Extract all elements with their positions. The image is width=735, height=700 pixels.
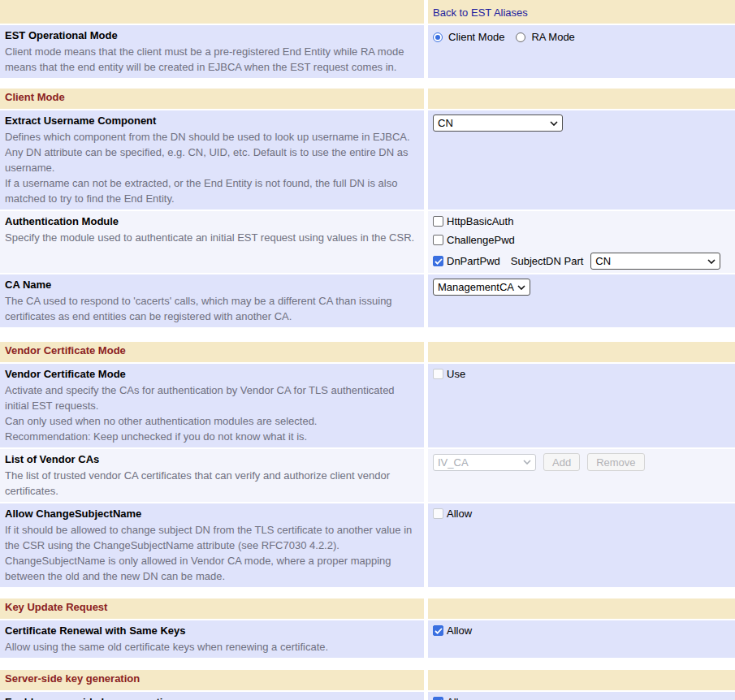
key-update-header-row: Key Update Request: [0, 598, 735, 619]
vendor-mode-description-2: Can only used when no other authenticati…: [5, 413, 416, 429]
ca-name-select-value: ManagementCA: [438, 281, 514, 293]
dn-part-pwd-checkbox-label: DnPartPwd: [447, 255, 500, 267]
vendor-ca-select-value: IV_CA: [438, 456, 469, 469]
back-to-est-aliases-link[interactable]: Back to EST Aliases: [433, 4, 528, 19]
server-keygen-allow-checkbox[interactable]: [433, 697, 443, 700]
certificate-renewal-allow-checkbox-label: Allow: [447, 624, 472, 637]
ca-name-label: CA Name: [5, 278, 416, 291]
certificate-renewal-allow-checkbox[interactable]: [433, 625, 443, 636]
client-mode-section: Client Mode Extract Username Component D…: [0, 89, 735, 327]
key-update-header-right-spacer: [428, 598, 735, 619]
vendor-mode-description-3: Recommendation: Keep unchecked if you do…: [5, 429, 416, 444]
change-subject-description-2: ChangeSubjectName is only allowed in Ven…: [5, 553, 416, 584]
add-vendor-ca-button: Add: [543, 453, 580, 471]
checkmark-icon: [435, 258, 443, 265]
server-keygen-section-title: Server-side key generation: [0, 670, 424, 690]
vendor-mode-header-row: Vendor Certificate Mode: [0, 342, 735, 362]
vendor-mode-use-checkbox-label: Use: [447, 368, 465, 380]
vendor-mode-section-title: Vendor Certificate Mode: [0, 342, 424, 362]
key-update-section-title: Key Update Request: [0, 598, 424, 619]
client-mode-section-title: Client Mode: [0, 89, 424, 109]
client-mode-header-row: Client Mode: [0, 89, 735, 109]
extract-username-row: Extract Username Component Defines which…: [0, 110, 735, 210]
server-keygen-section: Server-side key generation Enable server…: [0, 670, 735, 700]
est-mode-radio-group: Client Mode RA Mode: [433, 29, 735, 43]
certificate-renewal-description: Allow using the same old certificate key…: [5, 639, 416, 655]
client-mode-radio-label: Client Mode: [448, 31, 504, 43]
vendor-mode-use-checkbox: [433, 369, 443, 379]
ca-name-row: CA Name The CA used to respond to 'cacer…: [0, 274, 735, 327]
list-of-vendor-cas-description: The list of trusted vendor CA certificat…: [5, 468, 416, 499]
vendor-certificate-mode-row: Vendor Certificate Mode Activate and spe…: [0, 364, 735, 447]
ra-mode-radio[interactable]: [516, 32, 525, 42]
allow-change-subject-name-row: Allow ChangeSubjectName If it should be …: [0, 503, 735, 587]
ca-name-description: The CA used to respond to 'cacerts' call…: [5, 293, 416, 324]
extract-username-description-3: If a username can not be extracted, or t…: [5, 175, 416, 206]
extract-username-description-1: Defines which component from the DN shou…: [5, 129, 416, 145]
vendor-mode-header-right-spacer: [428, 342, 735, 362]
server-keygen-header-row: Server-side key generation: [0, 670, 735, 690]
vendor-certificate-mode-section: Vendor Certificate Mode Vendor Certifica…: [0, 342, 735, 587]
enable-server-keygen-row: Enable server side key generation Client…: [0, 692, 735, 700]
change-subject-description-1: If it should be allowed to change subjec…: [5, 522, 416, 553]
extract-username-select[interactable]: CN: [433, 115, 563, 132]
back-link-row: Back to EST Aliases: [0, 0, 735, 24]
enable-server-keygen-label: Enable server side key generation: [5, 695, 416, 700]
key-update-request-section: Key Update Request Certificate Renewal w…: [0, 598, 735, 658]
server-keygen-allow-checkbox-label: Allow: [447, 696, 472, 700]
dn-part-pwd-checkbox[interactable]: [433, 256, 443, 266]
subject-dn-part-select[interactable]: CN: [590, 253, 720, 270]
vendor-certificate-mode-label: Vendor Certificate Mode: [5, 367, 416, 380]
chevron-down-icon: [517, 285, 525, 290]
chevron-down-icon: [550, 121, 558, 126]
client-mode-header-right-spacer: [428, 89, 735, 109]
list-of-vendor-cas-row: List of Vendor CAs The list of trusted v…: [0, 449, 735, 502]
est-operational-mode-label: EST Operational Mode: [5, 28, 416, 41]
checkmark-icon: [435, 628, 443, 634]
change-subject-allow-checkbox: [433, 508, 443, 519]
challenge-pwd-checkbox-label: ChallengePwd: [447, 234, 515, 246]
remove-vendor-ca-button: Remove: [587, 453, 644, 471]
certificate-renewal-label: Certificate Renewal with Same Keys: [5, 624, 416, 637]
chevron-down-icon: [523, 460, 531, 465]
authentication-module-row: Authentication Module Specify the module…: [0, 211, 735, 273]
certificate-renewal-row: Certificate Renewal with Same Keys Allow…: [0, 620, 735, 658]
server-keygen-header-right-spacer: [428, 670, 735, 690]
vendor-ca-select: IV_CA: [433, 454, 536, 471]
top-table: Back to EST Aliases EST Operational Mode…: [0, 0, 735, 78]
challenge-pwd-checkbox[interactable]: [433, 235, 443, 245]
ra-mode-radio-label: RA Mode: [531, 31, 574, 43]
vendor-mode-description-1: Activate and specify the CAs for authent…: [5, 382, 416, 413]
change-subject-allow-checkbox-label: Allow: [447, 508, 472, 520]
subject-dn-part-select-value: CN: [595, 255, 611, 267]
back-link-row-left-spacer: [0, 0, 424, 24]
chevron-down-icon: [707, 259, 716, 264]
est-operational-mode-row: EST Operational Mode Client mode means t…: [0, 25, 735, 78]
extract-username-label: Extract Username Component: [5, 114, 416, 127]
authentication-module-description: Specify the module used to authenticate …: [5, 230, 416, 245]
http-basic-auth-checkbox[interactable]: [433, 216, 443, 227]
authentication-module-label: Authentication Module: [5, 214, 416, 227]
extract-username-description-2: Any DN attribute can be specified, e.g. …: [5, 145, 416, 175]
radio-dot-icon: [435, 35, 440, 40]
list-of-vendor-cas-label: List of Vendor CAs: [5, 452, 416, 465]
extract-username-select-value: CN: [438, 117, 453, 129]
subject-dn-part-label: SubjectDN Part: [511, 255, 584, 267]
http-basic-auth-checkbox-label: HttpBasicAuth: [447, 215, 513, 227]
ca-name-select[interactable]: ManagementCA: [433, 279, 530, 296]
est-operational-mode-description: Client mode means that the client must b…: [5, 44, 416, 75]
client-mode-radio[interactable]: [433, 32, 443, 42]
allow-change-subject-name-label: Allow ChangeSubjectName: [5, 507, 416, 520]
